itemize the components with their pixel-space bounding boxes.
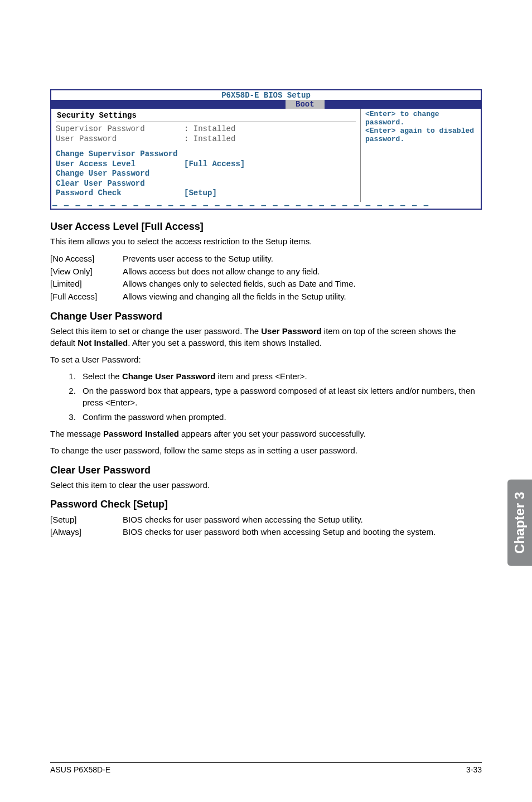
text: Select the <box>83 371 122 381</box>
bios-value: [Full Access] <box>184 160 245 170</box>
step-item: On the password box that appears, type a… <box>78 385 482 408</box>
definition-list: [Setup] BIOS checks for user password wh… <box>50 514 482 539</box>
definition-desc: BIOS checks for user password both when … <box>123 526 482 539</box>
text: . After you set a password, this item sh… <box>128 338 322 347</box>
text: The message <box>50 429 103 438</box>
bios-label: Password Check <box>56 189 184 199</box>
definition-row: [Full Access] Allows viewing and changin… <box>50 291 482 303</box>
bios-row-user-access-level: User Access Level [Full Access] <box>56 160 356 170</box>
definition-term: [View Only] <box>50 265 123 278</box>
definition-row: [Limited] Allows changes only to selecte… <box>50 278 482 291</box>
definition-desc: BIOS checks for user password when acces… <box>123 514 482 526</box>
definition-term: [Always] <box>50 526 123 539</box>
bios-main-panel: Security Settings Supervisor Password : … <box>51 109 361 202</box>
bios-help-panel: <Enter> to change password. <Enter> agai… <box>361 109 481 202</box>
bios-label: User Password <box>56 134 184 144</box>
text: item and press <Enter>. <box>215 371 307 381</box>
paragraph: Select this item to clear the user passw… <box>50 480 482 491</box>
definition-term: [Limited] <box>50 278 123 291</box>
page-footer: ASUS P6X58D-E 3-33 <box>50 762 482 774</box>
definition-term: [No Access] <box>50 253 123 265</box>
bios-label: Supervisor Password <box>56 124 184 134</box>
paragraph: This item allows you to select the acces… <box>50 236 482 247</box>
bios-bottom-rule: — — — — — — — — — — — — — — — — — — — — … <box>51 202 481 209</box>
paragraph: To set a User Password: <box>50 354 482 365</box>
bios-row-supervisor: Supervisor Password : Installed <box>56 124 356 134</box>
bios-help-text: <Enter> to change password. <Enter> agai… <box>365 110 476 143</box>
bios-row-change-user: Change User Password <box>56 169 356 179</box>
bios-value: [Setup] <box>184 189 217 199</box>
text: Select this item to set or change the us… <box>50 326 261 336</box>
heading-clear-user-password: Clear User Password <box>50 465 482 476</box>
heading-password-check: Password Check [Setup] <box>50 499 482 510</box>
bios-tab-bar: Boot <box>51 100 481 109</box>
heading-change-user-password: Change User Password <box>50 311 482 322</box>
definition-list: [No Access] Prevents user access to the … <box>50 253 482 303</box>
text: appears after you set your password succ… <box>179 429 366 438</box>
text-bold: Not Installed <box>78 338 128 347</box>
steps-list: Select the Change User Password item and… <box>50 371 482 423</box>
bios-value: : Installed <box>184 134 235 144</box>
definition-term: [Setup] <box>50 514 123 526</box>
bios-section-heading: Security Settings <box>57 111 356 120</box>
definition-term: [Full Access] <box>50 291 123 303</box>
text-bold: User Password <box>261 326 321 336</box>
paragraph: Select this item to set or change the us… <box>50 326 482 349</box>
definition-desc: Allows viewing and changing all the fiel… <box>123 291 482 303</box>
footer-product: ASUS P6X58D-E <box>50 765 110 774</box>
text-bold: Change User Password <box>122 371 216 381</box>
paragraph: To change the user password, follow the … <box>50 445 482 456</box>
definition-desc: Allows changes only to selected fields, … <box>123 278 482 291</box>
bios-screenshot: P6X58D-E BIOS Setup Boot Security Settin… <box>50 89 482 210</box>
step-item: Select the Change User Password item and… <box>78 371 482 382</box>
footer-page-number: 3-33 <box>466 765 482 774</box>
heading-user-access-level: User Access Level [Full Access] <box>50 221 482 233</box>
paragraph: The message Password Installed appears a… <box>50 428 482 439</box>
definition-row: [Setup] BIOS checks for user password wh… <box>50 514 482 526</box>
definition-row: [No Access] Prevents user access to the … <box>50 253 482 265</box>
text-bold: Password Installed <box>103 429 179 438</box>
bios-row-change-supervisor: Change Supervisor Password <box>56 149 356 160</box>
bios-tab-boot: Boot <box>286 100 325 109</box>
definition-row: [Always] BIOS checks for user password b… <box>50 526 482 539</box>
definition-desc: Prevents user access to the Setup utilit… <box>123 253 482 265</box>
chapter-side-tab: Chapter 3 <box>507 480 532 566</box>
bios-label: User Access Level <box>56 160 184 170</box>
definition-row: [View Only] Allows access but does not a… <box>50 265 482 278</box>
bios-title: P6X58D-E BIOS Setup <box>51 90 481 100</box>
bios-row-user: User Password : Installed <box>56 134 356 144</box>
bios-row-clear-user: Clear User Password <box>56 179 356 189</box>
definition-desc: Allows access but does not allow change … <box>123 265 482 278</box>
bios-value: : Installed <box>184 124 235 134</box>
bios-row-password-check: Password Check [Setup] <box>56 189 356 199</box>
step-item: Confirm the password when prompted. <box>78 412 482 423</box>
